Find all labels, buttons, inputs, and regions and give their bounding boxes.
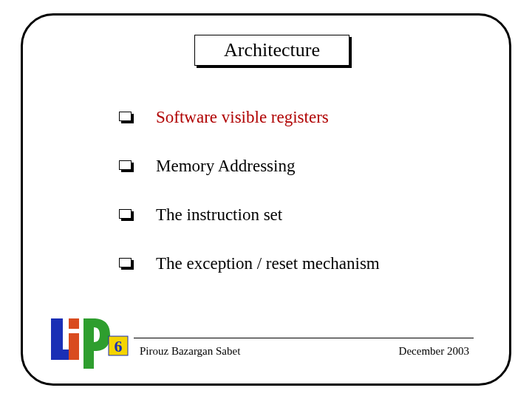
bullet-icon: [119, 258, 134, 270]
bullet-text: The instruction set: [156, 205, 282, 225]
bullet-text: Software visible registers: [156, 108, 329, 127]
bullet-icon: [119, 209, 134, 221]
list-item: Memory Addressing: [119, 157, 474, 176]
list-item: Software visible registers: [119, 108, 474, 127]
logo-digit: 6: [115, 337, 123, 355]
svg-rect-1: [69, 333, 79, 360]
bullet-icon: [119, 112, 134, 123]
footer-divider: [134, 338, 474, 338]
bullet-text: Memory Addressing: [156, 157, 295, 176]
title-box: Architecture: [194, 35, 349, 66]
slide-title: Architecture: [224, 39, 320, 61]
bullet-text: The exception / reset mechanism: [156, 254, 380, 273]
footer-date: December 2003: [399, 345, 469, 358]
bullet-icon: [119, 160, 134, 172]
list-item: The instruction set: [119, 205, 474, 225]
footer-author: Pirouz Bazargan Sabet: [140, 345, 240, 358]
bullet-list: Software visible registers Memory Addres…: [119, 108, 474, 303]
lip6-logo: 6: [48, 314, 129, 373]
list-item: The exception / reset mechanism: [119, 254, 474, 273]
svg-rect-0: [69, 318, 79, 329]
slide-frame: Architecture Software visible registers …: [21, 13, 511, 386]
